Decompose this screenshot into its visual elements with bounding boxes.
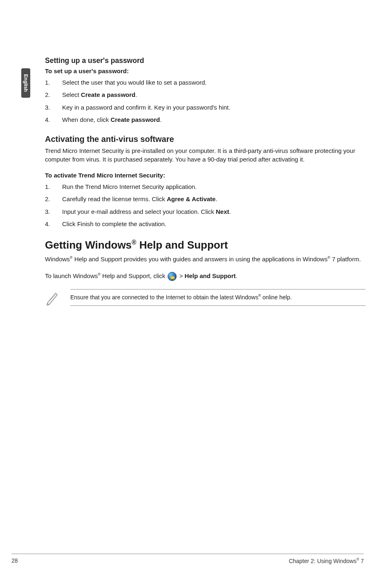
- page-number: 28: [11, 557, 18, 564]
- help-support-launch-line: To launch Windows® Help and Support, cli…: [45, 272, 365, 281]
- list-item: 1. Select the user that you would like t…: [45, 79, 365, 87]
- antivirus-steps-list: 1. Run the Trend Micro Internet Security…: [45, 183, 365, 228]
- page-content: Setting up a user's password To set up a…: [45, 56, 365, 314]
- pencil-icon: [45, 289, 61, 305]
- list-item: 4. Click Finish to complete the activati…: [45, 220, 365, 228]
- step-text: Run the Trend Micro Internet Security ap…: [62, 183, 365, 191]
- step-text: Select Create a password.: [62, 91, 365, 99]
- antivirus-paragraph: Trend Micro Internet Security is pre-ins…: [45, 146, 365, 164]
- antivirus-lead: To activate Trend Micro Internet Securit…: [45, 172, 365, 179]
- step-number: 4.: [45, 220, 62, 228]
- step-number: 1.: [45, 79, 62, 87]
- list-item: 2. Select Create a password.: [45, 91, 365, 99]
- step-text: Input your e-mail address and select you…: [62, 208, 365, 216]
- list-item: 3. Input your e-mail address and select …: [45, 208, 365, 216]
- list-item: 4. When done, click Create password.: [45, 116, 365, 124]
- step-text: Carefully read the license terms. Click …: [62, 195, 365, 203]
- help-support-paragraph: Windows® Help and Support provides you w…: [45, 255, 365, 263]
- language-tab: English: [21, 68, 30, 98]
- list-item: 3. Key in a password and confirm it. Key…: [45, 103, 365, 112]
- list-item: 2. Carefully read the license terms. Cli…: [45, 195, 365, 203]
- step-text: When done, click Create password.: [62, 116, 365, 124]
- section-setting-password-heading: Setting up a user's password: [45, 56, 365, 65]
- list-item: 1. Run the Trend Micro Internet Security…: [45, 183, 365, 191]
- step-number: 1.: [45, 183, 62, 191]
- note-block: Ensure that you are connected to the Int…: [45, 289, 365, 306]
- step-number: 3.: [45, 208, 62, 216]
- note-text: Ensure that you are connected to the Int…: [70, 289, 365, 306]
- step-text: Click Finish to complete the activation.: [62, 220, 365, 228]
- section-setting-password-lead: To set up a user's password:: [45, 67, 365, 74]
- step-text: Select the user that you would like to s…: [62, 79, 365, 87]
- language-tab-label: English: [23, 74, 29, 92]
- step-number: 2.: [45, 195, 62, 203]
- step-text: Key in a password and confirm it. Key in…: [62, 103, 365, 112]
- password-steps-list: 1. Select the user that you would like t…: [45, 79, 365, 124]
- step-number: 4.: [45, 116, 62, 124]
- windows-start-icon: [168, 272, 177, 281]
- page-footer: 28 Chapter 2: Using Windows® 7: [11, 554, 364, 564]
- chapter-label: Chapter 2: Using Windows® 7: [289, 557, 364, 564]
- section-antivirus-heading: Activating the anti-virus software: [45, 135, 365, 144]
- step-number: 2.: [45, 91, 62, 99]
- step-number: 3.: [45, 103, 62, 112]
- help-support-title: Getting Windows® Help and Support: [45, 239, 365, 251]
